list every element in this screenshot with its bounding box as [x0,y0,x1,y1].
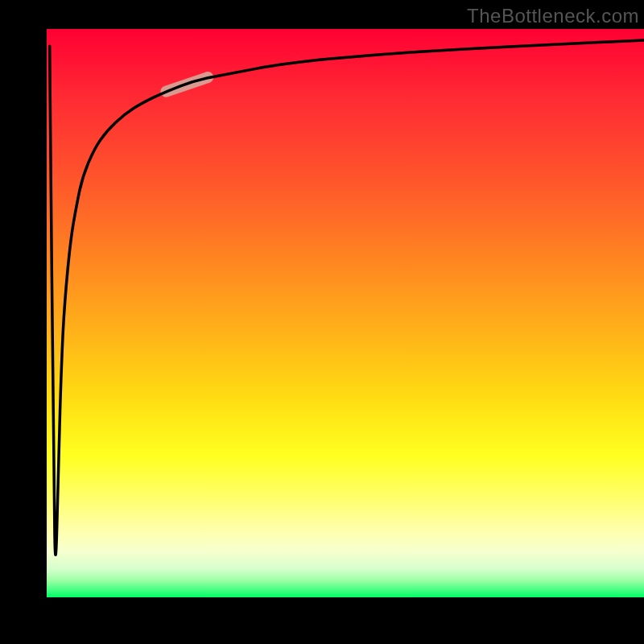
plot-area [47,29,644,597]
curve-layer [47,29,644,597]
attribution-label: TheBottleneck.com [467,5,639,27]
chart-frame: TheBottleneck.com [0,0,644,644]
bottleneck-curve [50,40,644,555]
